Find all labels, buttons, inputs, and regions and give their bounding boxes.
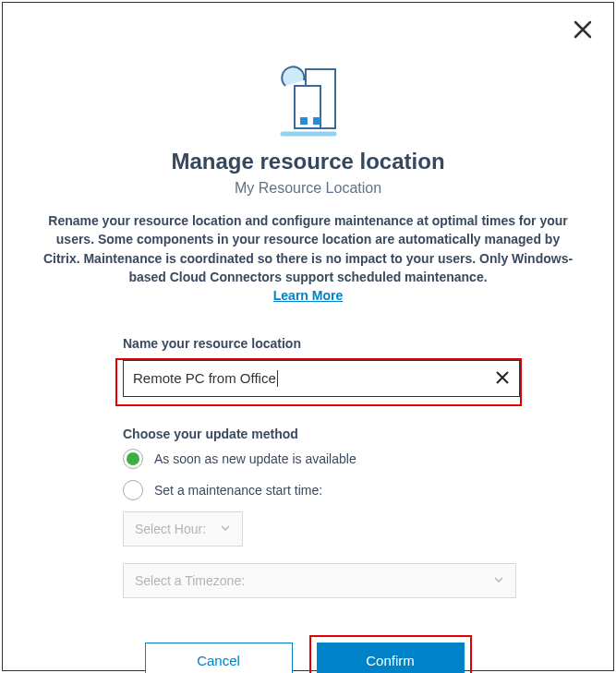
select-timezone-placeholder: Select a Timezone: [135,573,245,588]
clear-icon[interactable] [495,368,510,390]
cancel-button[interactable]: Cancel [145,643,293,673]
dialog-title: Manage resource location [30,149,586,174]
radio-asap-label: As soon as new update is available [154,451,356,466]
radio-schedule-label: Set a maintenance start time: [154,483,322,498]
chevron-down-icon [493,573,504,588]
dialog-header: Manage resource location My Resource Loc… [30,58,586,305]
dialog-footer: Cancel Confirm [30,643,586,673]
form-area: Name your resource location Remote PC fr… [123,336,507,598]
name-field-label: Name your resource location [123,336,507,351]
confirm-button[interactable]: Confirm [317,643,465,673]
confirm-button-highlight: Confirm [309,635,472,673]
update-method-group: Choose your update method As soon as new… [123,427,507,598]
select-hour-placeholder: Select Hour: [135,522,206,536]
manage-resource-dialog: Manage resource location My Resource Loc… [2,2,614,671]
update-method-label: Choose your update method [123,427,507,441]
name-input-highlight: Remote PC from Office [115,358,522,406]
select-timezone-dropdown: Select a Timezone: [123,563,516,598]
dialog-subtitle: My Resource Location [30,180,586,197]
update-option-schedule[interactable]: Set a maintenance start time: [123,480,507,500]
select-hour-dropdown: Select Hour: [123,511,243,547]
resource-location-illustration-icon [30,58,586,138]
radio-schedule[interactable] [123,480,143,500]
description-text: Rename your resource location and config… [43,213,573,284]
close-icon[interactable] [573,19,593,43]
svg-rect-3 [313,117,320,125]
update-option-asap[interactable]: As soon as new update is available [123,449,507,469]
dialog-description: Rename your resource location and config… [38,211,578,305]
name-input-value: Remote PC from Office [133,370,278,387]
radio-asap[interactable] [123,449,143,469]
chevron-down-icon [220,522,231,536]
learn-more-link[interactable]: Learn More [273,288,343,303]
name-input[interactable]: Remote PC from Office [123,360,520,397]
svg-rect-2 [300,117,308,125]
